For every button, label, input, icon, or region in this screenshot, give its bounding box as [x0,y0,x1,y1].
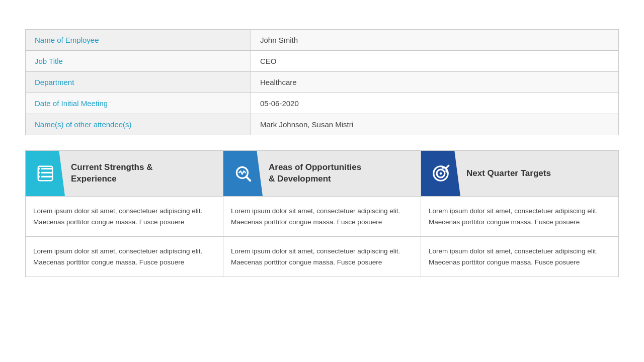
body-cell: Lorem ipsum dolor sit amet, consectetuer… [223,197,421,236]
info-table: Name of Employee John Smith Job Title CE… [25,29,619,135]
three-col-section: Current Strengths &Experience Areas of O… [25,150,619,277]
col-header-targets: Next Quarter Targets [421,151,618,196]
col-header-strengths: Current Strengths &Experience [26,151,223,196]
list-icon [35,163,55,184]
body-row-0: Lorem ipsum dolor sit amet, consectetuer… [26,197,618,237]
info-label: Name of Employee [26,30,251,51]
info-label: Name(s) of other attendee(s) [26,114,251,135]
info-value: Mark Johnson, Susan Mistri [251,114,619,135]
info-value: John Smith [251,30,619,51]
col-title-strengths: Current Strengths &Experience [65,157,160,190]
info-row: Name of Employee John Smith [26,30,619,51]
info-value: 05-06-2020 [251,93,619,114]
svg-rect-1 [41,168,52,169]
col-title-targets: Next Quarter Targets [460,163,558,185]
body-cell: Lorem ipsum dolor sit amet, consectetuer… [223,237,421,277]
svg-point-11 [440,172,442,175]
body-cell: Lorem ipsum dolor sit amet, consectetuer… [421,237,618,277]
body-row-1: Lorem ipsum dolor sit amet, consectetuer… [26,237,618,277]
info-row: Date of Initial Meeting 05-06-2020 [26,93,619,114]
info-row: Department Healthcare [26,72,619,93]
body-cell: Lorem ipsum dolor sit amet, consectetuer… [26,197,223,236]
col-title-opportunities: Areas of Opportunities& Development [263,157,369,190]
info-value: Healthcare [251,72,619,93]
svg-line-8 [246,176,250,180]
body-cell: Lorem ipsum dolor sit amet, consectetuer… [26,237,223,277]
info-label: Date of Initial Meeting [26,93,251,114]
search-pulse-icon [233,163,253,184]
info-label: Department [26,72,251,93]
target-icon [431,163,451,184]
body-cell: Lorem ipsum dolor sit amet, consectetuer… [421,197,618,236]
info-row: Name(s) of other attendee(s) Mark Johnso… [26,114,619,135]
info-value: CEO [251,51,619,72]
info-label: Job Title [26,51,251,72]
svg-rect-3 [41,172,52,173]
info-row: Job Title CEO [26,51,619,72]
svg-rect-5 [41,176,52,177]
col-header-opportunities: Areas of Opportunities& Development [223,151,421,196]
